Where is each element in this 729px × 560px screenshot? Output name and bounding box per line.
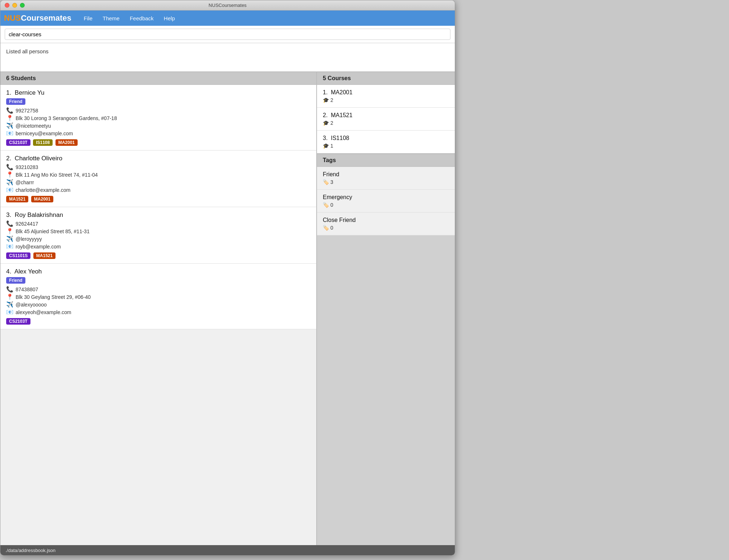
telegram-icon: ✈️ xyxy=(6,179,13,186)
course-name: 3. IS1108 xyxy=(323,135,449,141)
student-phone: 📞 92624417 xyxy=(6,220,310,227)
student-telegram: ✈️ @alexyooooo xyxy=(6,301,310,308)
tag-count: 🏷️ 0 xyxy=(323,202,449,208)
student-phone: 📞 99272758 xyxy=(6,107,310,114)
menu-help[interactable]: Help xyxy=(159,11,180,26)
tag-icon: 🏷️ xyxy=(323,202,329,208)
course-name: 1. MA2001 xyxy=(323,89,449,96)
right-panel: 5 Courses 1. MA2001 🎓 2 2. MA1521 🎓 2 3.… xyxy=(317,72,455,545)
list-item: 2. MA1521 🎓 2 xyxy=(317,108,455,131)
list-item: 3. IS1108 🎓 1 xyxy=(317,131,455,153)
location-icon: 📍 xyxy=(6,228,13,235)
student-telegram: ✈️ @nicetomeetyu xyxy=(6,122,310,129)
menu-theme[interactable]: Theme xyxy=(98,11,125,26)
course-badge: MA2001 xyxy=(31,196,53,202)
menu-feedback[interactable]: Feedback xyxy=(125,11,159,26)
student-email: 📧 royb@example.com xyxy=(6,243,310,250)
course-badge: CS2103T xyxy=(6,139,30,146)
list-item: Emergency 🏷️ 0 xyxy=(317,190,455,213)
maximize-button[interactable] xyxy=(20,3,25,8)
tag-icon: 🏷️ xyxy=(323,179,329,185)
courses-header: 5 Courses xyxy=(317,72,455,85)
student-address: 📍 Blk 11 Ang Mo Kio Street 74, #11-04 xyxy=(6,171,310,178)
table-row: 4. Alex Yeoh Friend 📞 87438807 📍 Blk 30 … xyxy=(0,264,316,329)
table-row: 1. Bernice Yu Friend 📞 99272758 📍 Blk 30… xyxy=(0,85,316,151)
telegram-icon: ✈️ xyxy=(6,235,13,242)
student-courses: CS1101S MA1521 xyxy=(6,251,310,259)
tag-badge: Friend xyxy=(6,98,25,105)
output-area: Listed all persons xyxy=(0,43,455,72)
course-badge: CS1101S xyxy=(6,252,30,259)
telegram-icon: ✈️ xyxy=(6,301,13,308)
left-panel: 6 Students 1. Bernice Yu Friend 📞 992727… xyxy=(0,72,317,545)
tag-icon: 🏷️ xyxy=(323,225,329,231)
email-icon: 📧 xyxy=(6,130,13,137)
student-email: 📧 berniceyu@example.com xyxy=(6,130,310,137)
telegram-icon: ✈️ xyxy=(6,122,13,129)
tag-name: Emergency xyxy=(323,194,449,201)
student-email: 📧 alexyeoh@example.com xyxy=(6,309,310,316)
window-title: NUSCoursemates xyxy=(209,3,247,8)
student-phone: 📞 93210283 xyxy=(6,164,310,170)
tag-count: 🏷️ 3 xyxy=(323,179,449,185)
table-row: 3. Roy Balakrishnan 📞 92624417 📍 Blk 45 … xyxy=(0,207,316,264)
phone-icon: 📞 xyxy=(6,107,13,114)
student-name: 3. Roy Balakrishnan xyxy=(6,211,310,219)
logo-nus: NUS xyxy=(4,13,21,22)
courses-list[interactable]: 1. MA2001 🎓 2 2. MA1521 🎓 2 3. IS1108 🎓 … xyxy=(317,85,455,153)
email-icon: 📧 xyxy=(6,243,13,250)
course-badge: IS1108 xyxy=(33,139,53,146)
output-text: Listed all persons xyxy=(6,48,49,54)
tags-header: Tags xyxy=(317,154,455,167)
student-name: 2. Charlotte Oliveiro xyxy=(6,155,310,162)
student-address: 📍 Blk 30 Geylang Street 29, #06-40 xyxy=(6,293,310,300)
search-input[interactable] xyxy=(5,29,450,40)
status-text: ./data/addressbook.json xyxy=(5,548,55,553)
list-item: Close Friend 🏷️ 0 xyxy=(317,213,455,235)
list-item: 1. MA2001 🎓 2 xyxy=(317,85,455,108)
course-badge: MA1521 xyxy=(33,252,55,259)
tags-section: Tags Friend 🏷️ 3 Emergency 🏷️ 0 Close Fr… xyxy=(317,154,455,235)
courses-section: 5 Courses 1. MA2001 🎓 2 2. MA1521 🎓 2 3.… xyxy=(317,72,455,154)
course-badge: MA1521 xyxy=(6,196,28,202)
students-list[interactable]: 1. Bernice Yu Friend 📞 99272758 📍 Blk 30… xyxy=(0,85,316,545)
student-courses: MA1521 MA2001 xyxy=(6,195,310,202)
course-count: 🎓 2 xyxy=(323,120,449,126)
minimize-button[interactable] xyxy=(12,3,17,8)
search-area xyxy=(0,26,455,43)
course-badge: CS2103T xyxy=(6,318,30,325)
phone-icon: 📞 xyxy=(6,220,13,227)
menu-bar: NUSCoursemates File Theme Feedback Help xyxy=(0,11,455,26)
student-phone: 📞 87438807 xyxy=(6,286,310,293)
close-button[interactable] xyxy=(5,3,9,8)
tag-badge: Friend xyxy=(6,277,25,284)
email-icon: 📧 xyxy=(6,186,13,193)
student-address: 📍 Blk 45 Aljunied Street 85, #11-31 xyxy=(6,228,310,235)
tag-name: Friend xyxy=(323,171,449,178)
menu-file[interactable]: File xyxy=(79,11,98,26)
tag-count: 🏷️ 0 xyxy=(323,225,449,231)
window-controls xyxy=(5,3,25,8)
tag-name: Close Friend xyxy=(323,217,449,223)
logo-coursemates: Coursemates xyxy=(21,13,71,22)
student-telegram: ✈️ @leroyyyyy xyxy=(6,235,310,242)
phone-icon: 📞 xyxy=(6,164,13,170)
location-icon: 📍 xyxy=(6,171,13,178)
student-courses: CS2103T xyxy=(6,317,310,325)
app-logo: NUSCoursemates xyxy=(4,13,71,23)
title-bar: NUSCoursemates xyxy=(0,0,455,11)
list-item: Friend 🏷️ 3 xyxy=(317,167,455,190)
course-badge: MA2001 xyxy=(55,139,78,146)
student-address: 📍 Blk 30 Lorong 3 Serangoon Gardens, #07… xyxy=(6,115,310,122)
main-content: 6 Students 1. Bernice Yu Friend 📞 992727… xyxy=(0,72,455,545)
course-count: 🎓 2 xyxy=(323,97,449,103)
student-name: 1. Bernice Yu xyxy=(6,89,310,96)
phone-icon: 📞 xyxy=(6,286,13,293)
student-telegram: ✈️ @charrr xyxy=(6,179,310,186)
students-header: 6 Students xyxy=(0,72,316,85)
location-icon: 📍 xyxy=(6,293,13,300)
course-count: 🎓 1 xyxy=(323,143,449,149)
student-email: 📧 charlotte@example.com xyxy=(6,186,310,193)
email-icon: 📧 xyxy=(6,309,13,316)
table-row: 2. Charlotte Oliveiro 📞 93210283 📍 Blk 1… xyxy=(0,151,316,207)
